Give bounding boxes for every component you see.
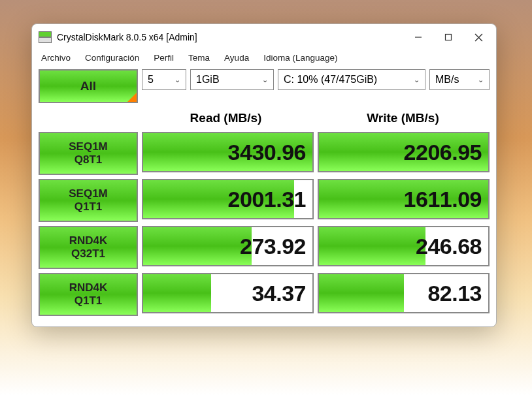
window-controls xyxy=(403,27,493,48)
test-label-line1: RND4K xyxy=(69,234,108,247)
result-row: SEQ1MQ8T13430.962206.95 xyxy=(39,132,490,175)
app-window: CrystalDiskMark 8.0.5 x64 [Admin] Archiv… xyxy=(31,24,497,327)
write-value: 2206.95 xyxy=(404,140,482,165)
result-row: SEQ1MQ1T12001.311611.09 xyxy=(39,179,490,222)
chevron-down-icon: ⌄ xyxy=(175,76,180,84)
size-value: 1GiB xyxy=(196,74,220,86)
menu-config[interactable]: Configuración xyxy=(85,53,139,63)
run-all-button[interactable]: All xyxy=(39,69,138,103)
read-cell: 273.92 xyxy=(142,226,314,266)
chevron-down-icon: ⌄ xyxy=(262,76,268,84)
test-label-line2: Q8T1 xyxy=(75,153,103,166)
content-area: All 5 ⌄ 1GiB ⌄ C: 10% (47/475GiB) ⌄ MB/s… xyxy=(32,68,496,326)
minimize-button[interactable] xyxy=(403,27,433,48)
write-cell: 1611.09 xyxy=(318,179,490,219)
test-button-seq1m-q1t1[interactable]: SEQ1MQ1T1 xyxy=(39,179,138,222)
results-grid: SEQ1MQ8T13430.962206.95SEQ1MQ1T12001.311… xyxy=(39,132,490,316)
test-button-seq1m-q8t1[interactable]: SEQ1MQ8T1 xyxy=(39,132,138,175)
menu-file[interactable]: Archivo xyxy=(41,53,71,63)
header-spacer xyxy=(39,107,135,131)
test-button-rnd4k-q1t1[interactable]: RND4KQ1T1 xyxy=(39,273,138,316)
write-bar xyxy=(319,274,404,312)
read-bar xyxy=(143,274,211,312)
menu-language[interactable]: Idioma (Language) xyxy=(263,53,337,63)
count-value: 5 xyxy=(148,74,154,86)
headers-row: Read (MB/s) Write (MB/s) xyxy=(39,107,490,131)
run-all-label: All xyxy=(80,79,96,93)
write-cell: 2206.95 xyxy=(318,132,490,172)
read-bar xyxy=(143,227,252,265)
menu-theme[interactable]: Tema xyxy=(188,53,210,63)
window-title: CrystalDiskMark 8.0.5 x64 [Admin] xyxy=(57,32,403,42)
chevron-down-icon: ⌄ xyxy=(414,76,420,84)
disk-value: C: 10% (47/475GiB) xyxy=(284,74,377,86)
count-select[interactable]: 5 ⌄ xyxy=(142,69,186,90)
result-row: RND4KQ1T134.3782.13 xyxy=(39,273,490,316)
result-row: RND4KQ32T1273.92246.68 xyxy=(39,226,490,269)
titlebar: CrystalDiskMark 8.0.5 x64 [Admin] xyxy=(32,24,496,50)
chevron-down-icon: ⌄ xyxy=(478,76,484,84)
write-value: 82.13 xyxy=(427,281,482,306)
write-bar xyxy=(319,227,425,265)
read-value: 3430.96 xyxy=(228,140,306,165)
test-label-line2: Q1T1 xyxy=(75,294,103,308)
write-value: 246.68 xyxy=(416,234,482,259)
size-select[interactable]: 1GiB ⌄ xyxy=(190,69,274,90)
test-label-line2: Q1T1 xyxy=(75,200,103,213)
read-value: 273.92 xyxy=(240,234,306,259)
read-cell: 2001.31 xyxy=(142,179,314,219)
menu-profile[interactable]: Perfil xyxy=(154,53,174,63)
maximize-icon xyxy=(444,33,452,41)
test-label-line1: SEQ1M xyxy=(69,187,108,200)
test-label-line1: SEQ1M xyxy=(69,140,108,153)
dropdowns: 5 ⌄ 1GiB ⌄ C: 10% (47/475GiB) ⌄ MB/s ⌄ xyxy=(142,69,490,103)
read-cell: 34.37 xyxy=(142,273,314,313)
read-cell: 3430.96 xyxy=(142,132,314,172)
test-label-line2: Q32T1 xyxy=(71,247,105,261)
write-cell: 82.13 xyxy=(318,273,490,313)
app-icon xyxy=(39,31,52,43)
unit-select[interactable]: MB/s ⌄ xyxy=(429,69,490,90)
close-icon xyxy=(474,33,483,42)
close-button[interactable] xyxy=(463,27,493,48)
controls-row: All 5 ⌄ 1GiB ⌄ C: 10% (47/475GiB) ⌄ MB/s… xyxy=(39,69,490,103)
menubar: Archivo Configuración Perfil Tema Ayuda … xyxy=(32,50,496,68)
read-value: 34.37 xyxy=(252,281,306,306)
read-value: 2001.31 xyxy=(228,187,306,212)
write-cell: 246.68 xyxy=(318,226,490,266)
disk-select[interactable]: C: 10% (47/475GiB) ⌄ xyxy=(278,69,425,90)
read-header: Read (MB/s) xyxy=(139,107,312,131)
test-label-line1: RND4K xyxy=(69,281,108,294)
maximize-button[interactable] xyxy=(433,27,463,48)
write-value: 1611.09 xyxy=(404,187,482,212)
minimize-icon xyxy=(414,33,422,41)
write-header: Write (MB/s) xyxy=(316,107,490,131)
svg-rect-1 xyxy=(446,35,452,40)
test-button-rnd4k-q32t1[interactable]: RND4KQ32T1 xyxy=(39,226,138,269)
menu-help[interactable]: Ayuda xyxy=(224,53,249,63)
unit-value: MB/s xyxy=(435,74,459,86)
